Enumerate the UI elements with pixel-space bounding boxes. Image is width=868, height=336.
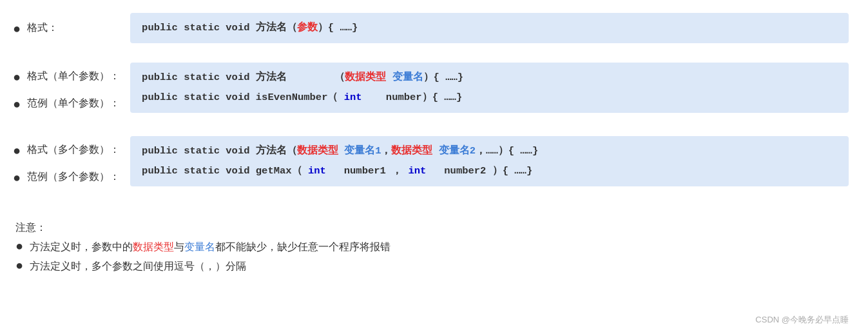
row-format: ● 格式： public static void 方法名（参数）{ ……} [13,13,849,43]
labels-multi: ● 格式（多个参数）： ● 范例（多个参数）： [13,136,130,190]
code-format: public static void 方法名（参数）{ ……} [130,13,849,43]
code-multi-group: public static void 方法名（数据类型 变量名1，数据类型 变量… [130,136,849,186]
label-row-multi-example: ● 范例（多个参数）： [13,163,130,190]
bullet-1: ● [13,21,21,36]
code-multi-type2: 数据类型 [391,145,432,157]
note-text-2: 方法定义时，多个参数之间使用逗号（，）分隔 [30,258,246,275]
note-item-1: ● 方法定义时，参数中的数据类型与变量名都不能缺少，缺少任意一个程序将报错 [15,239,849,255]
code-multi-kw2: int [408,165,426,177]
label-format: 格式： [27,19,130,37]
code-format-param: 参数 [297,22,318,34]
code-single-keyword: int [344,92,362,103]
code-format-text: public static void 方法名（参数）{ ……} [142,22,358,34]
note-item-2: ● 方法定义时，多个参数之间使用逗号（，）分隔 [15,258,849,275]
bullet-single-example: ● [13,91,21,117]
code-single-group: public static void 方法名 （数据类型 变量名）{ ……} p… [130,63,849,113]
watermark: CSDN @今晚务必早点睡 [755,314,849,326]
note-text-1: 方法定义时，参数中的数据类型与变量名都不能缺少，缺少任意一个程序将报错 [30,239,391,255]
label-row-multi-format: ● 格式（多个参数）： [13,136,130,163]
code-multi-format-line: public static void 方法名（数据类型 变量名1，数据类型 变量… [142,141,837,161]
bullet-multi-example: ● [13,164,21,190]
labels-single: ● 格式（单个参数）： ● 范例（单个参数）： [13,63,130,117]
bullet-single-format: ● [13,64,21,90]
row-group-single: ● 格式（单个参数）： ● 范例（单个参数）： public static vo… [13,63,849,117]
code-multi-var2: 变量名2 [439,145,476,157]
row-group-multi: ● 格式（多个参数）： ● 范例（多个参数）： public static vo… [13,136,849,190]
label-single-format: 格式（单个参数）： [27,67,130,86]
notes-section: 注意： ● 方法定义时，参数中的数据类型与变量名都不能缺少，缺少任意一个程序将报… [13,221,849,275]
notes-title: 注意： [15,221,849,235]
label-single-example: 范例（单个参数）： [27,94,130,113]
code-single-var: 变量名 [392,72,423,83]
label-multi-format: 格式（多个参数）： [27,141,130,159]
label-row-single-example: ● 范例（单个参数）： [13,90,130,117]
code-single-type: 数据类型 [345,72,386,83]
code-single-example-line: public static void isEvenNumber（ int num… [142,88,837,108]
code-single-format-line: public static void 方法名 （数据类型 变量名）{ ……} [142,68,837,88]
note-bullet-1: ● [15,239,23,253]
code-multi-var1: 变量名1 [344,145,381,157]
code-multi-example-line: public static void getMax（ int number1 ，… [142,161,837,181]
note-bullet-2: ● [15,258,23,273]
label-multi-example: 范例（多个参数）： [27,168,130,186]
code-multi-kw1: int [308,165,326,177]
note-var-highlight: 变量名 [184,241,215,252]
label-row-single-format: ● 格式（单个参数）： [13,63,130,90]
note-type-highlight: 数据类型 [133,241,174,252]
code-multi-type1: 数据类型 [297,145,338,157]
bullet-multi-format: ● [13,137,21,163]
